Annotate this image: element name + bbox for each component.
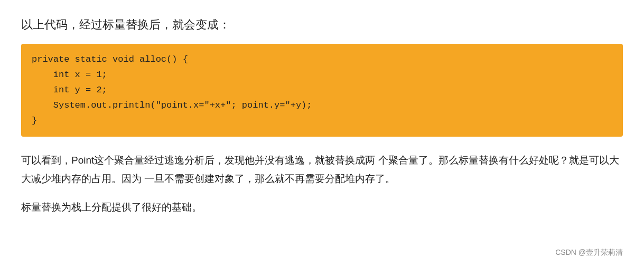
- paragraph-1: 可以看到，Point这个聚合量经过逃逸分析后，发现他并没有逃逸，就被替换成两 个…: [21, 151, 623, 187]
- code-line-4: System.out.println("point.x="+x+"; point…: [32, 100, 312, 110]
- code-line-2: int x = 1;: [32, 70, 107, 80]
- code-line-1: private static void alloc() {: [32, 54, 188, 64]
- footer-attribution: CSDN @壹升荣莉清: [555, 248, 623, 258]
- paragraph-2: 标量替换为栈上分配提供了很好的基础。: [21, 198, 623, 216]
- code-line-5: }: [32, 116, 37, 126]
- heading: 以上代码，经过标量替换后，就会变成：: [21, 16, 623, 33]
- code-line-3: int y = 2;: [32, 85, 107, 95]
- code-block: private static void alloc() { int x = 1;…: [21, 44, 623, 137]
